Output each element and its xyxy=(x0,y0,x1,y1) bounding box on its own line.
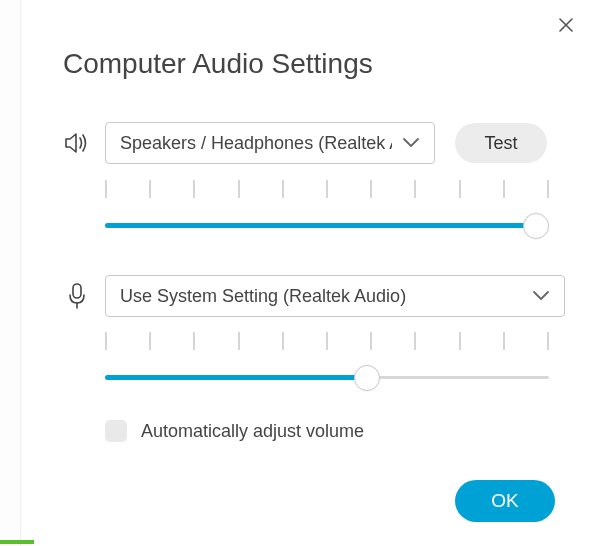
close-button[interactable] xyxy=(555,14,577,36)
ok-button[interactable]: OK xyxy=(455,480,555,522)
close-icon xyxy=(559,18,573,32)
microphone-icon xyxy=(63,283,91,309)
auto-adjust-checkbox[interactable] xyxy=(105,420,127,442)
dialog-title: Computer Audio Settings xyxy=(63,48,373,80)
chevron-down-icon xyxy=(532,286,550,307)
microphone-device-select[interactable]: Use System Setting (Realtek Audio) xyxy=(105,275,565,317)
speaker-device-label: Speakers / Headphones (Realtek A xyxy=(120,133,392,154)
test-speaker-button[interactable]: Test xyxy=(455,123,547,163)
slider-ticks xyxy=(105,332,549,350)
auto-adjust-label: Automatically adjust volume xyxy=(141,421,364,442)
speaker-icon xyxy=(63,131,91,155)
slider-ticks xyxy=(105,180,549,198)
microphone-volume-slider[interactable] xyxy=(105,332,549,392)
chevron-down-icon xyxy=(402,133,420,154)
slider-fill xyxy=(105,375,367,380)
speaker-volume-slider[interactable] xyxy=(105,180,549,240)
microphone-device-label: Use System Setting (Realtek Audio) xyxy=(120,286,406,307)
test-button-label: Test xyxy=(484,133,517,154)
speaker-device-select[interactable]: Speakers / Headphones (Realtek A xyxy=(105,122,435,164)
auto-adjust-row: Automatically adjust volume xyxy=(105,420,364,442)
slider-thumb[interactable] xyxy=(523,213,549,239)
microphone-row: Use System Setting (Realtek Audio) xyxy=(63,275,565,317)
slider-fill xyxy=(105,223,536,228)
svg-rect-0 xyxy=(73,284,81,298)
bottom-accent-bar xyxy=(0,540,34,544)
audio-settings-dialog: Computer Audio Settings Speakers / Headp… xyxy=(20,0,595,546)
ok-button-label: OK xyxy=(491,490,518,512)
speaker-row: Speakers / Headphones (Realtek A Test xyxy=(63,122,565,164)
slider-thumb[interactable] xyxy=(354,365,380,391)
